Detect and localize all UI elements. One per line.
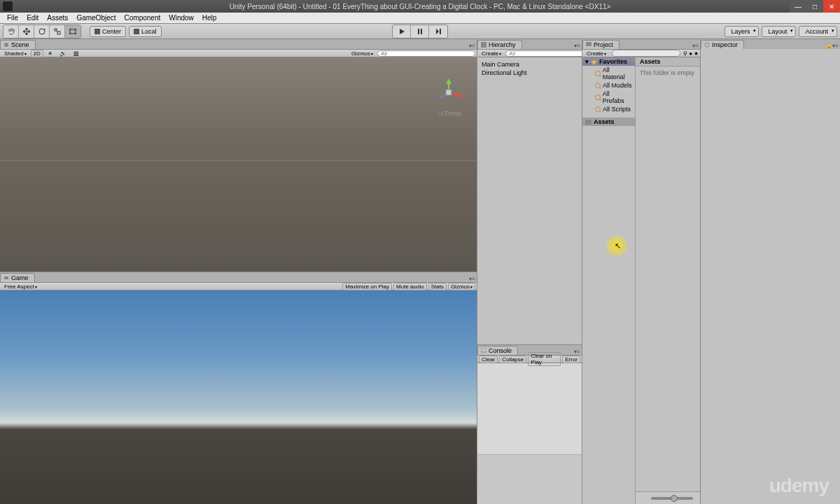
hierarchy-body: Main Camera Directional Light (477, 57, 582, 344)
console-collapse-toggle[interactable]: Collapse (499, 356, 526, 363)
hierarchy-create-dropdown[interactable]: Create (479, 50, 504, 57)
pivot-local-button[interactable]: Local (129, 26, 162, 37)
close-button[interactable]: ✕ (823, 0, 840, 13)
search-icon (595, 94, 601, 100)
assets-folder[interactable]: Assets (582, 118, 635, 126)
favorites-header[interactable]: ▾Favorites (582, 57, 635, 66)
hierarchy-item[interactable]: Main Camera (479, 60, 580, 69)
console-tab[interactable]: Console (477, 346, 518, 355)
project-split: ▾Favorites All Material All Models All P… (582, 57, 700, 504)
mute-audio-toggle[interactable]: Mute audio (393, 283, 427, 290)
play-button[interactable] (393, 25, 411, 38)
game-aspect-dropdown[interactable]: Free Aspect (1, 284, 40, 290)
project-save-filter-icon[interactable]: ★ (694, 50, 699, 57)
menu-assets[interactable]: Assets (43, 14, 72, 22)
scene-light-toggle[interactable]: ☀ (45, 50, 55, 57)
menu-window[interactable]: Window (164, 14, 198, 22)
perspective-label[interactable]: ◁ Persp (438, 110, 461, 117)
search-icon (595, 71, 601, 76)
svg-marker-15 (457, 92, 463, 99)
hierarchy-toolbar: Create (477, 49, 582, 57)
scene-tab[interactable]: Scene (0, 40, 36, 49)
project-filter-icon[interactable]: ⚲ (683, 50, 687, 57)
console-icon (481, 348, 486, 354)
stats-toggle[interactable]: Stats (428, 283, 447, 290)
project-create-dropdown[interactable]: Create (584, 50, 609, 57)
rect-tool[interactable] (65, 25, 80, 38)
game-tab[interactable]: Game (0, 273, 35, 282)
console-body[interactable] (477, 363, 582, 455)
scene-fx-toggle[interactable]: ▧ (71, 50, 82, 57)
project-type-filter-icon[interactable]: ● (689, 50, 692, 57)
maximize-button[interactable]: □ (806, 0, 823, 13)
game-viewport[interactable] (0, 290, 477, 504)
favorites-item[interactable]: All Prefabs (582, 90, 635, 105)
orientation-gizmo[interactable] (435, 78, 463, 106)
maximize-on-play-toggle[interactable]: Maximize on Play (342, 283, 392, 290)
favorites-item[interactable]: All Models (582, 81, 635, 90)
svg-point-0 (39, 29, 45, 34)
game-icon (4, 275, 9, 281)
minimize-button[interactable]: — (790, 0, 806, 13)
project-tree: ▾Favorites All Material All Models All P… (582, 57, 635, 126)
project-breadcrumb[interactable]: Assets (636, 57, 700, 66)
unity-logo-icon (3, 1, 13, 11)
scene-audio-toggle[interactable]: 🔊 (57, 50, 69, 57)
console-clear-button[interactable]: Clear (479, 356, 498, 363)
svg-rect-18 (4, 276, 8, 279)
menu-edit[interactable]: Edit (22, 14, 43, 22)
inspector-tab-row: Inspector 🔒▾≡ (701, 39, 840, 49)
console-toolbar: Clear Collapse Clear on Play Error (477, 355, 582, 363)
project-toolbar: Create ⚲ ● ★ (582, 49, 700, 57)
scene-gizmos-dropdown[interactable]: Gizmos (349, 50, 376, 57)
layout-dropdown[interactable]: Layout (762, 26, 796, 37)
svg-rect-8 (418, 29, 419, 34)
scale-tool[interactable] (50, 25, 65, 38)
hierarchy-search[interactable] (505, 50, 586, 57)
scene-viewport[interactable]: ◁ Persp (0, 57, 477, 272)
local-icon (134, 29, 139, 34)
pause-button[interactable] (411, 25, 429, 38)
scene-2d-toggle[interactable]: 2D (31, 50, 43, 57)
menu-file[interactable]: File (3, 14, 22, 22)
rotate-tool[interactable] (34, 25, 50, 38)
console-clear-on-play-toggle[interactable]: Clear on Play (528, 352, 561, 366)
project-tab[interactable]: Project (582, 40, 620, 49)
slider-thumb[interactable] (671, 495, 678, 502)
scene-shading-dropdown[interactable]: Shaded (1, 50, 29, 57)
hierarchy-panel-menu[interactable]: ▾≡ (574, 43, 580, 49)
svg-rect-9 (421, 29, 422, 34)
hand-tool[interactable] (4, 25, 19, 38)
game-panel-menu[interactable]: ▾≡ (469, 276, 475, 282)
console-panel-menu[interactable]: ▾≡ (574, 349, 580, 355)
console-footer (477, 455, 582, 504)
menu-component[interactable]: Component (120, 14, 165, 22)
account-dropdown[interactable]: Account (799, 26, 837, 37)
menu-help[interactable]: Help (198, 14, 221, 22)
hierarchy-tab[interactable]: Hierarchy (477, 40, 522, 49)
favorites-item[interactable]: All Material (582, 66, 635, 81)
inspector-tab[interactable]: Inspector (701, 40, 744, 49)
move-tool[interactable] (19, 25, 34, 38)
inspector-panel-menu[interactable]: 🔒▾≡ (825, 43, 839, 49)
project-panel-menu[interactable]: ▾≡ (692, 43, 699, 49)
scene-tab-row: Scene ▾≡ (0, 39, 477, 49)
console-error-toggle[interactable]: Error (562, 356, 580, 363)
hierarchy-item[interactable]: Directional Light (479, 69, 580, 77)
favorites-item[interactable]: All Scripts (582, 105, 635, 113)
inspector-column: Inspector 🔒▾≡ (700, 39, 840, 504)
menu-gameobject[interactable]: GameObject (72, 14, 120, 22)
layers-dropdown[interactable]: Layers (724, 26, 759, 37)
game-gizmos-dropdown[interactable]: Gizmos (448, 283, 475, 290)
play-controls (392, 24, 448, 38)
pivot-center-button[interactable]: Center (90, 26, 126, 37)
step-button[interactable] (429, 25, 447, 38)
udemy-watermark: udemy (769, 475, 829, 497)
project-content-area[interactable] (636, 79, 700, 491)
svg-rect-17 (446, 90, 451, 95)
game-skybox (0, 290, 477, 504)
pivot-controls: Center Local (90, 26, 162, 37)
scene-panel-menu[interactable]: ▾≡ (469, 43, 475, 49)
project-search[interactable] (612, 50, 680, 57)
scene-search[interactable] (377, 50, 475, 57)
